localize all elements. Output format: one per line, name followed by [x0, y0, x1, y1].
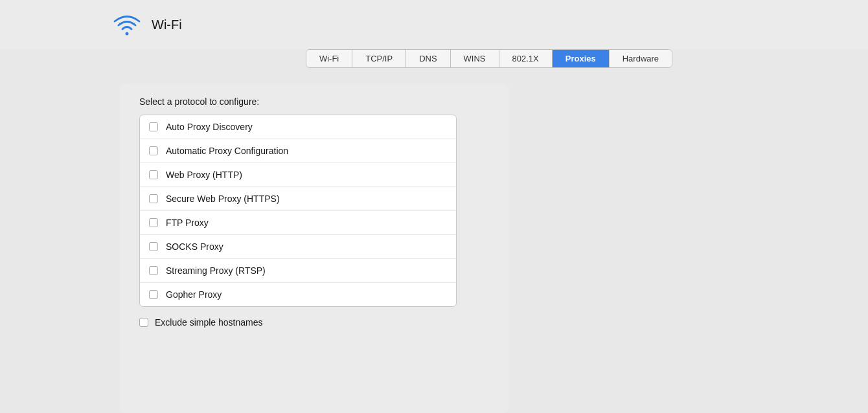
list-item-ftp-proxy[interactable]: FTP Proxy [140, 211, 456, 235]
protocol-list: Auto Proxy Discovery Automatic Proxy Con… [139, 115, 457, 307]
list-item-web-proxy-http[interactable]: Web Proxy (HTTP) [140, 163, 456, 187]
label-web-proxy-http: Web Proxy (HTTP) [166, 170, 242, 180]
checkbox-automatic-proxy-configuration[interactable] [149, 146, 158, 155]
checkbox-streaming-proxy-rtsp[interactable] [149, 266, 158, 275]
checkbox-gopher-proxy[interactable] [149, 290, 158, 299]
label-auto-proxy-discovery: Auto Proxy Discovery [166, 122, 253, 132]
checkbox-ftp-proxy[interactable] [149, 218, 158, 227]
tab-hardware[interactable]: Hardware [610, 50, 672, 67]
header: Wi-Fi [0, 0, 868, 49]
label-socks-proxy: SOCKS Proxy [166, 241, 223, 252]
tab-dns[interactable]: DNS [406, 50, 450, 67]
page-title: Wi-Fi [152, 17, 182, 32]
content-panel: Select a protocol to configure: Auto Pro… [120, 84, 508, 413]
list-item-automatic-proxy-configuration[interactable]: Automatic Proxy Configuration [140, 139, 456, 163]
tab-proxies[interactable]: Proxies [553, 50, 610, 67]
label-exclude-simple-hostnames: Exclude simple hostnames [155, 317, 263, 328]
checkbox-web-proxy-http[interactable] [149, 170, 158, 179]
tab-bar-inner: Wi-Fi TCP/IP DNS WINS 802.1X Proxies Har… [306, 49, 672, 68]
tab-wifi[interactable]: Wi-Fi [306, 50, 352, 67]
list-item-auto-proxy-discovery[interactable]: Auto Proxy Discovery [140, 115, 456, 139]
list-item-streaming-proxy-rtsp[interactable]: Streaming Proxy (RTSP) [140, 259, 456, 283]
tab-8021x[interactable]: 802.1X [499, 50, 553, 67]
checkbox-secure-web-proxy-https[interactable] [149, 194, 158, 203]
svg-point-0 [126, 32, 129, 36]
tab-tcpip[interactable]: TCP/IP [352, 50, 406, 67]
section-label: Select a protocol to configure: [139, 96, 489, 107]
list-item-secure-web-proxy-https[interactable]: Secure Web Proxy (HTTPS) [140, 187, 456, 211]
list-item-gopher-proxy[interactable]: Gopher Proxy [140, 283, 456, 306]
label-secure-web-proxy-https: Secure Web Proxy (HTTPS) [166, 194, 280, 204]
exclude-row[interactable]: Exclude simple hostnames [139, 317, 489, 328]
checkbox-socks-proxy[interactable] [149, 242, 158, 251]
label-gopher-proxy: Gopher Proxy [166, 289, 222, 300]
main-content: Select a protocol to configure: Auto Pro… [0, 68, 868, 413]
list-item-socks-proxy[interactable]: SOCKS Proxy [140, 235, 456, 259]
label-streaming-proxy-rtsp: Streaming Proxy (RTSP) [166, 265, 266, 276]
label-ftp-proxy: FTP Proxy [166, 218, 209, 228]
tab-bar: Wi-Fi TCP/IP DNS WINS 802.1X Proxies Har… [0, 49, 868, 68]
checkbox-auto-proxy-discovery[interactable] [149, 122, 158, 131]
wifi-icon [110, 12, 144, 38]
checkbox-exclude-simple-hostnames[interactable] [139, 318, 148, 327]
tab-wins[interactable]: WINS [451, 50, 499, 67]
label-automatic-proxy-configuration: Automatic Proxy Configuration [166, 146, 288, 156]
